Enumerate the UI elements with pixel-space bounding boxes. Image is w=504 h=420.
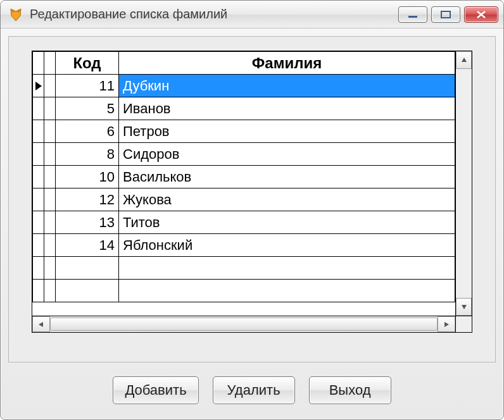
cell-code[interactable]: 10: [56, 166, 119, 188]
v-scroll-track[interactable]: [456, 69, 472, 298]
table-row[interactable]: 14Яблонский: [33, 234, 455, 257]
exit-button[interactable]: Выход: [309, 376, 391, 404]
scroll-corner: [455, 316, 472, 332]
close-button[interactable]: [464, 6, 498, 23]
header-delete-marker: [44, 52, 56, 75]
cell-code[interactable]: 5: [56, 97, 119, 120]
minimize-button[interactable]: [398, 6, 427, 23]
maximize-button[interactable]: [431, 6, 460, 23]
header-name[interactable]: Фамилия: [119, 52, 455, 75]
scroll-left-button[interactable]: [32, 316, 50, 332]
cell-code[interactable]: 11: [56, 75, 119, 97]
record-pointer-icon: [33, 234, 44, 257]
cell-name[interactable]: Петров: [119, 120, 455, 143]
delete-mark-cell[interactable]: [44, 120, 56, 143]
cell-name[interactable]: Жукова: [119, 188, 455, 211]
cell-name[interactable]: Титов: [119, 211, 455, 234]
table-row[interactable]: 13Титов: [33, 211, 455, 234]
cell-code[interactable]: 13: [56, 211, 119, 234]
empty-cell[interactable]: [119, 280, 455, 302]
window: Редактирование списка фамилий: [0, 0, 504, 420]
empty-cell[interactable]: [56, 280, 119, 302]
data-grid[interactable]: Код Фамилия 11Дубкин5Иванов6Петров8Сидор…: [32, 51, 472, 333]
record-pointer-icon: [33, 97, 44, 120]
cell-name[interactable]: Сидоров: [119, 143, 455, 166]
table-row[interactable]: 10Васильков: [33, 166, 455, 188]
add-button[interactable]: Добавить: [113, 376, 198, 404]
delete-mark-cell[interactable]: [44, 75, 56, 97]
table-row[interactable]: [33, 280, 455, 302]
cell-code[interactable]: 14: [56, 234, 119, 257]
header-row: Код Фамилия: [33, 52, 455, 75]
cell-code[interactable]: 12: [56, 188, 119, 211]
empty-cell[interactable]: [44, 257, 56, 280]
svg-marker-7: [462, 58, 467, 62]
horizontal-scrollbar[interactable]: [32, 316, 455, 332]
svg-rect-4: [441, 11, 450, 18]
record-pointer-icon: [33, 75, 44, 97]
record-pointer-icon: [33, 143, 44, 166]
record-pointer-icon: [33, 188, 44, 211]
h-scroll-thumb[interactable]: [50, 318, 438, 331]
svg-marker-8: [462, 305, 467, 309]
delete-mark-cell[interactable]: [44, 234, 56, 257]
empty-cell[interactable]: [44, 280, 56, 302]
delete-button[interactable]: Удалить: [213, 376, 295, 404]
svg-marker-9: [39, 322, 43, 327]
delete-mark-cell[interactable]: [44, 143, 56, 166]
cell-name[interactable]: Васильков: [119, 166, 455, 188]
record-pointer-icon: [33, 166, 44, 188]
cell-name[interactable]: Иванов: [119, 97, 455, 120]
client-area: Код Фамилия 11Дубкин5Иванов6Петров8Сидор…: [8, 36, 496, 362]
empty-cell[interactable]: [56, 257, 119, 280]
table-row[interactable]: 11Дубкин: [33, 75, 455, 97]
vertical-scrollbar[interactable]: [455, 51, 472, 316]
svg-rect-3: [408, 16, 417, 18]
table-row[interactable]: 12Жукова: [33, 188, 455, 211]
delete-mark-cell[interactable]: [44, 188, 56, 211]
scroll-up-button[interactable]: [456, 51, 472, 69]
record-pointer-icon: [33, 120, 44, 143]
app-fox-icon: [8, 7, 23, 22]
cell-code[interactable]: 6: [56, 120, 119, 143]
delete-mark-cell[interactable]: [44, 97, 56, 120]
scroll-right-button[interactable]: [438, 316, 455, 332]
table-row[interactable]: [33, 257, 455, 280]
window-title: Редактирование списка фамилий: [30, 7, 398, 22]
table-row[interactable]: 6Петров: [33, 120, 455, 143]
scroll-down-button[interactable]: [456, 298, 472, 316]
svg-marker-10: [444, 322, 449, 327]
table-row[interactable]: 5Иванов: [33, 97, 455, 120]
cell-code[interactable]: 8: [56, 143, 119, 166]
header-record-marker: [33, 52, 44, 75]
empty-cell[interactable]: [33, 280, 44, 302]
delete-mark-cell[interactable]: [44, 166, 56, 188]
header-code[interactable]: Код: [56, 52, 119, 75]
cell-name[interactable]: Яблонский: [119, 234, 455, 257]
empty-cell[interactable]: [33, 257, 44, 280]
delete-mark-cell[interactable]: [44, 211, 56, 234]
cell-name[interactable]: Дубкин: [119, 75, 455, 97]
record-pointer-icon: [33, 211, 44, 234]
h-scroll-track[interactable]: [50, 316, 438, 332]
empty-cell[interactable]: [119, 257, 455, 280]
button-bar: Добавить Удалить Выход: [1, 376, 503, 404]
table-row[interactable]: 8Сидоров: [33, 143, 455, 166]
titlebar[interactable]: Редактирование списка фамилий: [1, 1, 503, 28]
window-controls: [398, 6, 498, 23]
